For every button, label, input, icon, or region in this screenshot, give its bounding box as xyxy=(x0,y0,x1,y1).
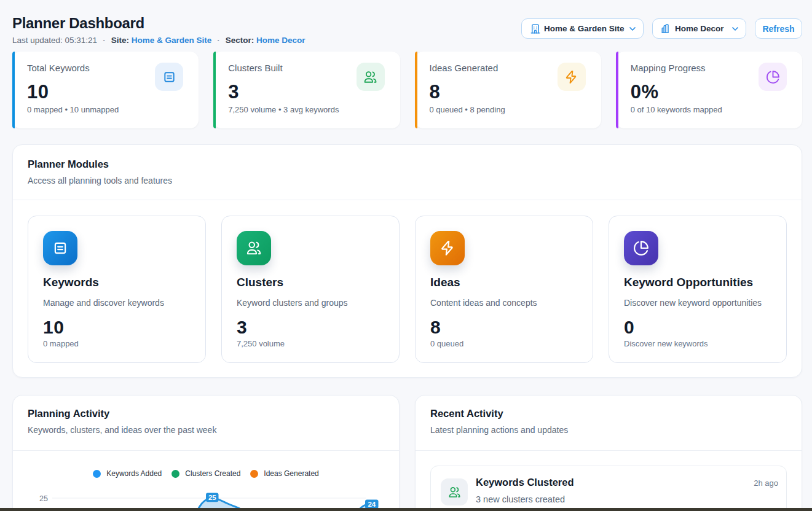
svg-text:25: 25 xyxy=(208,494,216,501)
svg-text:25: 25 xyxy=(39,494,48,503)
svg-text:24: 24 xyxy=(368,501,376,508)
